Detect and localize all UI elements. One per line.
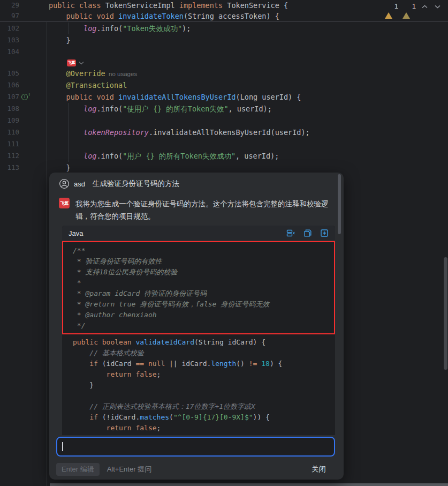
gutter [19,150,49,162]
alt-enter-ask-hint: Alt+Enter 提问 [107,465,151,474]
code-line: * @author chenxiaoh [73,310,334,320]
editor-line: 29public class TokenServiceImpl implemen… [0,0,448,11]
gutter [19,115,49,126]
code-block-header: Java [62,226,335,241]
code-line: } [73,380,335,391]
ide-window: { "app": { "accent_blue": "#3574f0", "hi… [0,0,448,486]
enter-edit-button[interactable]: Enter 编辑 [56,463,100,476]
code-line: * 支持18位公民身份号码的校验 [73,267,334,278]
editor-line: 102 log.info("Token失效成功"); [0,23,448,34]
chat-input-field[interactable] [56,437,335,457]
override-arrow-icon: ↑ [28,92,31,97]
line-number: 107 [0,91,19,103]
assistant-avatar-icon: 飞算 [59,198,70,208]
editor-lines: 102 log.info("Token失效成功");103 }104飞算105 … [0,23,448,174]
add-to-file-button[interactable] [320,229,329,237]
gutter [19,162,49,174]
code-line: public boolean validateIdCard(String idC… [73,337,335,348]
ai-inlay-row: 飞算 [0,58,448,68]
copy-code-button[interactable] [303,229,312,237]
code-line: /** [73,245,334,256]
code-line: // 正则表达式校验基本格式：17位数字+1位数字或X [73,401,335,412]
user-avatar-icon [59,178,70,189]
sticky-context-lines: 29public class TokenServiceImpl implemen… [0,0,448,22]
code-line: return false; [73,423,335,433]
insert-code-icon [286,229,295,237]
code-line: } [73,433,335,435]
code-line: if (!idCard.matches("^[0-9]{17}[0-9X]$")… [73,412,335,423]
code-line: return false; [73,369,335,380]
close-button[interactable]: 关闭 [312,465,326,474]
line-number: 104 [0,46,19,58]
gutter [19,11,49,21]
code-line [73,391,335,401]
user-message-row: asd 生成验证身份证号码的方法 [59,177,179,191]
chevron-down-icon[interactable] [79,59,83,64]
bottom-panel-edge [50,483,448,486]
chat-footer: Enter 编辑 Alt+Enter 提问 关闭 [56,462,337,476]
insert-into-editor-button[interactable] [286,229,295,237]
next-problem-button[interactable] [433,2,442,11]
gutter [19,126,49,138]
line-number: 103 [0,34,19,46]
warning-icon[interactable]: ! [385,3,392,10]
code-line: // 基本格式校验 [73,348,335,358]
indent-guide [68,103,69,162]
gutter [19,79,49,91]
previous-problem-button[interactable] [420,2,429,11]
code-line: * 验证身份证号码的有效性 [73,256,334,267]
line-number: 111 [0,138,19,150]
editor-line: 105 @Override no usages [0,68,448,79]
line-number: 112 [0,150,19,162]
weak-warning-icon[interactable]: ! [403,3,410,10]
inspections-widget: ! 1 ! 1 [385,2,442,11]
line-number: 109 [0,115,19,126]
line-number: 108 [0,103,19,115]
editor-line: 97 public void invalidateToken(String ac… [0,11,448,21]
gutter [19,138,49,150]
editor-line: 113 } [0,162,448,174]
code-line: if (idCard == null || idCard.length() !=… [73,358,335,369]
ai-chat-panel: asd 生成验证身份证号码的方法 飞算 我将为您生成一个验证身份证号码的方法。这… [49,173,344,480]
plus-square-icon [320,229,329,237]
code-line: */ [73,320,334,331]
editor-line: 109 [0,115,448,126]
gutter: I↑ [19,91,49,103]
editor-line: 106 @Transactional [0,79,448,91]
assistant-message-text: 我将为您生成一个验证身份证号码的方法。这个方法将包含完整的注释和校验逻辑，符合您… [75,198,339,222]
gutter [19,68,49,79]
highlighted-javadoc-box: /** * 验证身份证号码的有效性 * 支持18位公民身份号码的校验 * * @… [62,241,335,334]
editor-line: 107I↑ public void invalidateAllTokensByU… [0,91,448,103]
text-caret [62,442,63,451]
code-language-label: Java [69,229,83,237]
warning-count: 1 [394,3,398,10]
line-number: 106 [0,79,19,91]
editor-line: 112 log.info("用户 {} 的所有Token失效成功", userI… [0,150,448,162]
line-number: 113 [0,162,19,174]
line-number: 29 [0,0,19,11]
code-body: public boolean validateIdCard(String idC… [62,334,335,435]
chevron-down-icon [435,5,441,9]
generated-code-block: Java [62,226,335,435]
line-number: 97 [0,11,19,21]
gutter [19,23,49,34]
gutter [19,46,49,58]
gutter [19,34,49,46]
editor-scrollbar-thumb[interactable] [444,257,447,370]
line-number: 102 [0,23,19,34]
indent-guide [68,23,69,34]
editor-line: 110 tokenRepository.invalidateAllTokensB… [0,126,448,138]
code-line: * @return true 身份证号码有效，false 身份证号码无效 [73,299,334,310]
chevron-up-icon [422,5,428,9]
code-line: * [73,278,334,288]
user-name: asd [74,180,85,188]
ai-assistant-inlay-badge[interactable]: 飞算 [67,59,76,66]
line-number: 110 [0,126,19,138]
editor-line: 104 [0,46,448,58]
gutter [19,0,49,11]
weak-warning-count: 1 [412,3,416,10]
code-line: * @param idCard 待验证的身份证号码 [73,288,334,299]
overriding-method-icon[interactable]: I [21,94,28,100]
assistant-message-row: 飞算 我将为您生成一个验证身份证号码的方法。这个方法将包含完整的注释和校验逻辑，… [59,198,339,222]
editor-line: 103 } [0,34,448,46]
